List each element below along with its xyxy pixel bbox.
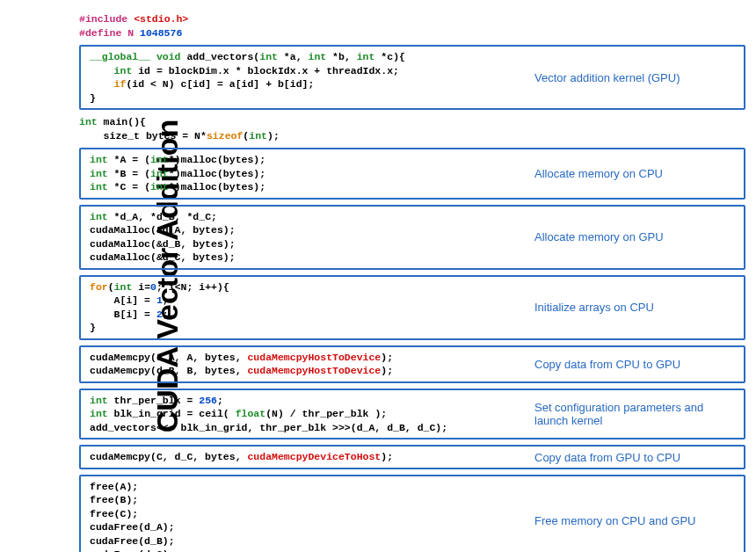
- kernel-block: __global__ void add_vectors(int *a, int …: [79, 45, 745, 110]
- init-cpu-block: for(int i=0; i<N; i++){ A[i] = 1; B[i] =…: [79, 275, 745, 340]
- copy-h2d-label: Copy data from CPU to GPU: [531, 358, 744, 371]
- kernel-label: Vector addition kernel (GPU): [531, 71, 744, 84]
- free-block: free(A); free(B); free(C); cudaFree(d_A)…: [79, 475, 745, 552]
- launch-label: Set configuration parameters and launch …: [531, 401, 744, 427]
- copy-d2h-block: cudaMemcpy(C, d_C, bytes, cudaMemcpyDevi…: [79, 445, 745, 469]
- free-label: Free memory on CPU and GPU: [531, 514, 744, 527]
- include-line: #include <stdio.h>: [79, 12, 745, 26]
- copy-h2d-block: cudaMemcpy(d_A, A, bytes, cudaMemcpyHost…: [79, 345, 745, 383]
- code-listing: #include <stdio.h> #define N 1048576 __g…: [79, 12, 745, 552]
- copy-d2h-label: Copy data from GPU to CPU: [531, 451, 744, 464]
- alloc-cpu-label: Allocate memory on CPU: [531, 167, 744, 180]
- alloc-gpu-block: int *d_A, *d_B, *d_C; cudaMalloc(&d_A, b…: [79, 205, 745, 270]
- main-sig: int main(){: [79, 115, 745, 129]
- alloc-gpu-label: Allocate memory on GPU: [531, 230, 744, 243]
- init-cpu-label: Initialize arrays on CPU: [531, 301, 744, 314]
- bytes-line: size_t bytes = N*sizeof(int);: [79, 129, 745, 143]
- alloc-cpu-block: int *A = (int*)malloc(bytes); int *B = (…: [79, 148, 745, 200]
- define-line: #define N 1048576: [79, 26, 745, 40]
- launch-block: int thr_per_blk = 256; int blk_in_grid =…: [79, 389, 745, 440]
